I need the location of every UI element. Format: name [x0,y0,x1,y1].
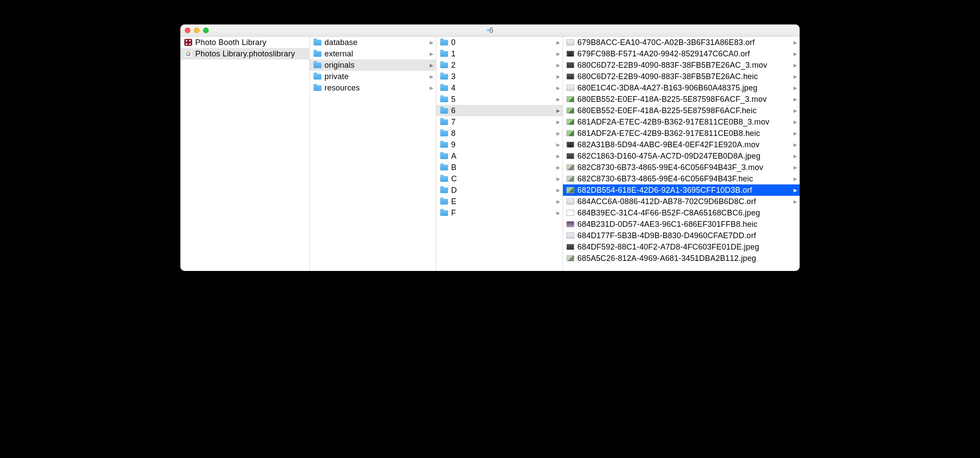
folder-icon [440,129,449,138]
row-label: 684B39EC-31C4-4F66-B52F-C8A65168CBC6.jpe… [577,208,797,218]
folder-row[interactable]: E▶ [436,196,562,207]
column-1[interactable]: database▶external▶originals▶private▶reso… [310,37,436,271]
folder-row[interactable]: 3▶ [436,71,562,82]
folder-icon [440,140,449,149]
file-row[interactable]: 679FC98B-F571-4A20-9942-8529147C6CA0.orf… [563,48,800,59]
file-row[interactable]: 679B8ACC-EA10-470C-A02B-3B6F31A86E83.orf… [563,37,800,48]
row-label: C [451,174,554,184]
file-row[interactable]: 684ACC6A-0886-412D-AB78-702C9D6B6D8C.orf… [563,196,800,207]
file-row[interactable]: 682C1863-D160-475A-AC7D-09D247EB0D8A.jpe… [563,150,800,162]
row-label: 679B8ACC-EA10-470C-A02B-3B6F31A86E83.orf [577,38,791,47]
file-thumbnail-icon [566,254,575,263]
row-label: 680C6D72-E2B9-4090-883F-38FB5B7E26AC_3.m… [577,61,791,70]
folder-row[interactable]: 7▶ [436,116,562,128]
folder-row[interactable]: 8▶ [436,128,562,139]
row-label: Photos Library.photoslibrary [195,49,307,59]
window-controls [185,28,209,33]
file-row[interactable]: 684DF592-88C1-40F2-A7D8-4FC603FE01DE.jpe… [563,241,800,253]
folder-row[interactable]: A▶ [436,150,562,162]
file-row[interactable]: 680E1C4C-3D8A-4A27-B163-906B60A48375.jpe… [563,82,800,94]
folder-row[interactable]: F▶ [436,207,562,219]
folder-icon [313,83,322,92]
disclosure-arrow-icon: ▶ [794,187,797,193]
file-row[interactable]: 682C8730-6B73-4865-99E4-6C056F94B43F.hei… [563,173,800,184]
row-label: private [324,72,427,81]
file-thumbnail-icon [566,129,575,138]
folder-row[interactable]: 5▶ [436,94,562,105]
file-row[interactable]: 682A31B8-5D94-4ABC-9BE4-0EF42F1E920A.mov… [563,139,800,150]
row-label: 680EB552-E0EF-418A-B225-5E87598F6ACF_3.m… [577,95,791,104]
row-label: E [451,197,554,206]
row-label: 682A31B8-5D94-4ABC-9BE4-0EF42F1E920A.mov [577,140,791,149]
folder-row[interactable]: 6▶ [436,105,562,116]
file-row[interactable]: 685A5C26-812A-4969-A681-3451DBA2B112.jpe… [563,253,800,264]
disclosure-arrow-icon: ▶ [794,85,797,91]
close-button[interactable] [185,28,190,33]
folder-row[interactable]: 1▶ [436,48,562,59]
file-thumbnail-icon [566,243,575,251]
folder-icon [313,38,322,47]
column-0[interactable]: Photo Booth LibraryPhotos Library.photos… [180,37,310,271]
column-3[interactable]: 679B8ACC-EA10-470C-A02B-3B6F31A86E83.orf… [563,37,800,271]
file-row[interactable]: 680EB552-E0EF-418A-B225-5E87598F6ACF.hei… [563,105,800,116]
disclosure-arrow-icon: ▶ [556,153,560,159]
file-row[interactable]: 680C6D72-E2B9-4090-883F-38FB5B7E26AC.hei… [563,71,800,82]
disclosure-arrow-icon: ▶ [556,40,560,45]
folder-row[interactable]: private▶ [310,71,436,82]
row-label: 684B231D-0D57-4AE3-96C1-686EF301FFB8.hei… [577,220,797,229]
disclosure-arrow-icon: ▶ [794,142,797,148]
row-label: 684D177F-5B3B-4D9B-B830-D4960CFAE7DD.orf [577,231,797,240]
folder-row[interactable]: 4▶ [436,82,562,94]
row-label: 0 [451,38,554,47]
folder-row[interactable]: database▶ [310,37,436,48]
disclosure-arrow-icon: ▶ [556,199,560,205]
folder-row[interactable]: resources▶ [310,82,436,94]
disclosure-arrow-icon: ▶ [556,97,560,102]
row-label: 682C1863-D160-475A-AC7D-09D247EB0D8A.jpe… [577,152,791,161]
folder-row[interactable]: C▶ [436,173,562,184]
file-row[interactable]: 680C6D72-E2B9-4090-883F-38FB5B7E26AC_3.m… [563,59,800,71]
disclosure-arrow-icon: ▶ [430,51,433,57]
finder-window: 6 Photo Booth LibraryPhotos Library.phot… [180,24,800,271]
file-row[interactable]: 684D177F-5B3B-4D9B-B830-D4960CFAE7DD.orf [563,230,800,241]
folder-row[interactable]: 9▶ [436,139,562,150]
disclosure-arrow-icon: ▶ [430,62,433,68]
row-label: 679FC98B-F571-4A20-9942-8529147C6CA0.orf [577,49,791,59]
zoom-button[interactable] [203,28,209,33]
folder-icon [440,163,449,172]
minimize-button[interactable] [194,28,200,33]
row-label: 680EB552-E0EF-418A-B225-5E87598F6ACF.hei… [577,106,791,115]
row-label: 682C8730-6B73-4865-99E4-6C056F94B43F.hei… [577,174,791,184]
folder-icon [440,197,449,206]
file-row[interactable]: 681ADF2A-E7EC-42B9-B362-917E811CE0B8.hei… [563,128,800,139]
folder-icon [440,208,449,217]
folder-row[interactable]: external▶ [310,48,436,59]
file-row[interactable]: 684B39EC-31C4-4F66-B52F-C8A65168CBC6.jpe… [563,207,800,219]
disclosure-arrow-icon: ▶ [794,131,797,136]
file-thumbnail-icon [566,174,575,183]
disclosure-arrow-icon: ▶ [430,85,433,91]
folder-icon [440,38,449,47]
file-row[interactable]: Photo Booth Library [180,37,309,48]
row-label: 684DF592-88C1-40F2-A7D8-4FC603FE01DE.jpe… [577,243,797,252]
file-row[interactable]: 684B231D-0D57-4AE3-96C1-686EF301FFB8.hei… [563,219,800,230]
folder-row[interactable]: B▶ [436,162,562,173]
file-thumbnail-icon [566,163,575,172]
folder-row[interactable]: 2▶ [436,59,562,71]
file-thumbnail-icon [566,61,575,69]
row-label: 680E1C4C-3D8A-4A27-B163-906B60A48375.jpe… [577,83,791,93]
file-row[interactable]: Photos Library.photoslibrary [180,48,309,59]
column-2[interactable]: 0▶1▶2▶3▶4▶5▶6▶7▶8▶9▶A▶B▶C▶D▶E▶F▶ [436,37,563,271]
folder-icon [440,61,449,69]
row-label: 8 [451,129,554,138]
file-row[interactable]: 682C8730-6B73-4865-99E4-6C056F94B43F_3.m… [563,162,800,173]
folder-row[interactable]: originals▶ [310,59,436,71]
folder-icon [313,72,322,81]
row-label: external [324,49,427,59]
file-row[interactable]: 680EB552-E0EF-418A-B225-5E87598F6ACF_3.m… [563,94,800,105]
photo-booth-icon [184,38,193,47]
folder-row[interactable]: 0▶ [436,37,562,48]
file-row[interactable]: 682DB554-618E-42D6-92A1-3695CFF10D3B.orf… [563,184,800,196]
folder-row[interactable]: D▶ [436,184,562,196]
file-row[interactable]: 681ADF2A-E7EC-42B9-B362-917E811CE0B8_3.m… [563,116,800,128]
